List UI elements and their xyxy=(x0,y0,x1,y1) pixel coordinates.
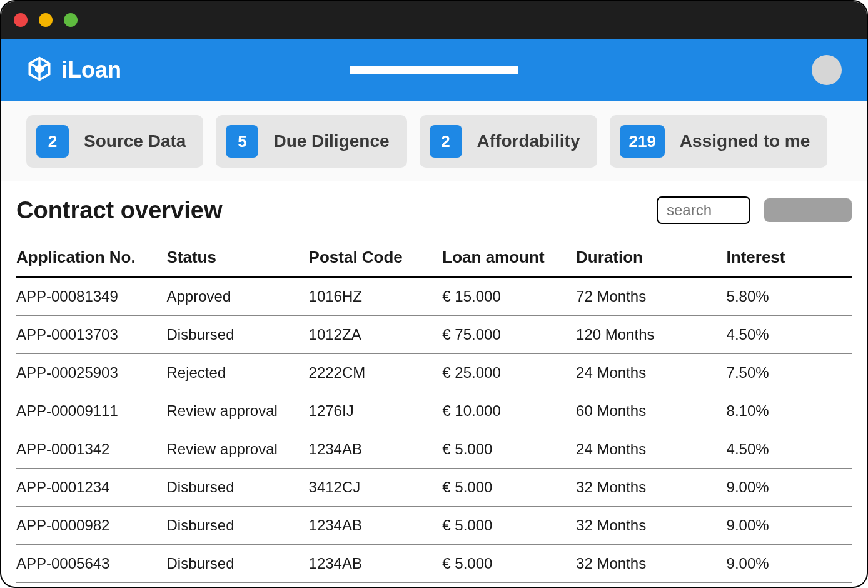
pill-assigned-to-me[interactable]: 219 Assigned to me xyxy=(610,115,827,168)
col-header-postal[interactable]: Postal Code xyxy=(309,241,443,277)
cell-postal: 3412CJ xyxy=(309,469,443,507)
cell-duration: 32 Months xyxy=(576,507,726,545)
cell-status: Review approval xyxy=(166,392,308,430)
table-row[interactable]: APP-00081349Approved1016HZ€ 15.00072 Mon… xyxy=(16,277,852,316)
cell-interest: 4.50% xyxy=(727,430,852,469)
table-row[interactable]: APP-00013703Disbursed1012ZA€ 75.000120 M… xyxy=(16,316,852,354)
cell-postal: 1234AB xyxy=(309,507,443,545)
window-close-button[interactable] xyxy=(14,13,28,27)
cell-app: APP-0001342 xyxy=(16,430,166,469)
pill-label: Source Data xyxy=(84,131,186,151)
table-row[interactable]: APP-0000982Disbursed1234AB€ 5.00032 Mont… xyxy=(16,507,852,545)
content-header: Contract overview xyxy=(16,196,852,224)
cell-app: APP-0005643 xyxy=(16,545,166,583)
cell-status: Approved xyxy=(166,277,308,316)
pill-count: 2 xyxy=(430,125,462,158)
cell-duration: 24 Months xyxy=(576,430,726,469)
cell-postal: 2222CM xyxy=(309,354,443,392)
table-row[interactable]: APP-00009111Review approval1276IJ€ 10.00… xyxy=(16,392,852,430)
main-content: Contract overview Application No. Status… xyxy=(1,181,867,583)
cell-duration: 120 Months xyxy=(576,316,726,354)
header-search-bar[interactable] xyxy=(350,66,518,74)
cell-interest: 5.80% xyxy=(727,277,852,316)
col-header-duration[interactable]: Duration xyxy=(576,241,726,277)
cell-app: APP-00025903 xyxy=(16,354,166,392)
cell-status: Disbursed xyxy=(166,545,308,583)
window-minimize-button[interactable] xyxy=(39,13,53,27)
pill-label: Assigned to me xyxy=(680,131,810,151)
table-header-row: Application No. Status Postal Code Loan … xyxy=(16,241,852,277)
cell-loan: € 5.000 xyxy=(442,469,576,507)
pill-source-data[interactable]: 2 Source Data xyxy=(26,115,203,168)
cell-app: APP-0001234 xyxy=(16,469,166,507)
app-window: iLoan 2 Source Data 5 Due Diligence 2 Af… xyxy=(0,0,868,588)
cell-interest: 9.00% xyxy=(727,545,852,583)
cell-interest: 9.00% xyxy=(727,469,852,507)
cell-app: APP-00009111 xyxy=(16,392,166,430)
cell-interest: 8.10% xyxy=(727,392,852,430)
user-avatar[interactable] xyxy=(812,55,842,85)
action-button[interactable] xyxy=(764,198,852,222)
table-row[interactable]: APP-0005643Disbursed1234AB€ 5.00032 Mont… xyxy=(16,545,852,583)
col-header-application[interactable]: Application No. xyxy=(16,241,166,277)
cell-loan: € 75.000 xyxy=(442,316,576,354)
cell-postal: 1234AB xyxy=(309,430,443,469)
cell-app: APP-00013703 xyxy=(16,316,166,354)
cell-status: Rejected xyxy=(166,354,308,392)
cell-loan: € 10.000 xyxy=(442,392,576,430)
cell-app: APP-0000982 xyxy=(16,507,166,545)
cell-duration: 72 Months xyxy=(576,277,726,316)
brand-logo[interactable]: iLoan xyxy=(26,56,121,84)
pill-count: 219 xyxy=(620,125,664,158)
cell-interest: 9.00% xyxy=(727,507,852,545)
contracts-table: Application No. Status Postal Code Loan … xyxy=(16,241,852,583)
brand-name: iLoan xyxy=(61,57,121,83)
pill-due-diligence[interactable]: 5 Due Diligence xyxy=(216,115,406,168)
cell-app: APP-00081349 xyxy=(16,277,166,316)
pill-affordability[interactable]: 2 Affordability xyxy=(420,115,598,168)
app-header: iLoan xyxy=(1,39,867,101)
cell-loan: € 25.000 xyxy=(442,354,576,392)
cell-duration: 32 Months xyxy=(576,469,726,507)
cell-status: Disbursed xyxy=(166,507,308,545)
col-header-status[interactable]: Status xyxy=(166,241,308,277)
cell-postal: 1276IJ xyxy=(309,392,443,430)
pill-count: 2 xyxy=(36,125,69,158)
col-header-loan[interactable]: Loan amount xyxy=(442,241,576,277)
table-row[interactable]: APP-00025903Rejected2222CM€ 25.00024 Mon… xyxy=(16,354,852,392)
cell-interest: 4.50% xyxy=(727,316,852,354)
cell-status: Disbursed xyxy=(166,469,308,507)
pill-label: Affordability xyxy=(477,131,580,151)
cell-loan: € 15.000 xyxy=(442,277,576,316)
table-row[interactable]: APP-0001342Review approval1234AB€ 5.0002… xyxy=(16,430,852,469)
cell-postal: 1016HZ xyxy=(309,277,443,316)
cube-icon xyxy=(26,56,53,84)
window-maximize-button[interactable] xyxy=(64,13,78,27)
cell-postal: 1012ZA xyxy=(309,316,443,354)
cell-status: Review approval xyxy=(166,430,308,469)
cell-loan: € 5.000 xyxy=(442,545,576,583)
filter-pill-strip: 2 Source Data 5 Due Diligence 2 Affordab… xyxy=(1,101,867,181)
cell-interest: 7.50% xyxy=(727,354,852,392)
cell-duration: 24 Months xyxy=(576,354,726,392)
table-row[interactable]: APP-0001234Disbursed3412CJ€ 5.00032 Mont… xyxy=(16,469,852,507)
cell-postal: 1234AB xyxy=(309,545,443,583)
pill-label: Due Diligence xyxy=(273,131,389,151)
col-header-interest[interactable]: Interest xyxy=(727,241,852,277)
cell-loan: € 5.000 xyxy=(442,507,576,545)
cell-duration: 32 Months xyxy=(576,545,726,583)
cell-status: Disbursed xyxy=(166,316,308,354)
cell-loan: € 5.000 xyxy=(442,430,576,469)
titlebar xyxy=(1,1,867,39)
pill-count: 5 xyxy=(226,125,258,158)
search-input[interactable] xyxy=(657,196,750,224)
content-header-actions xyxy=(657,196,852,224)
cell-duration: 60 Months xyxy=(576,392,726,430)
page-title: Contract overview xyxy=(16,197,222,224)
